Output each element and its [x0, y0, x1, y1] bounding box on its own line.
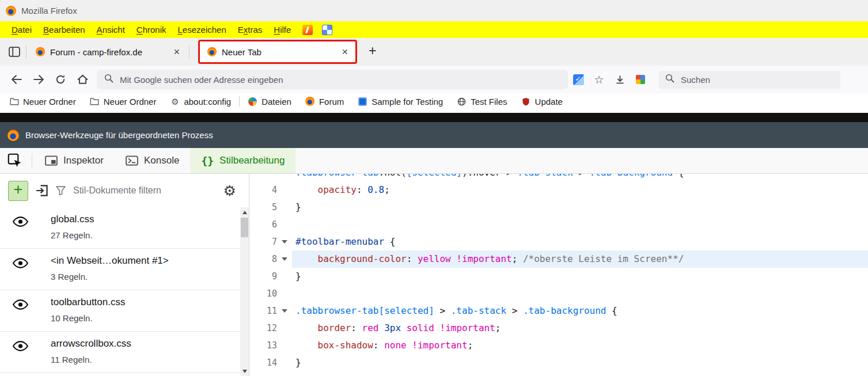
bookmark-forum[interactable]: Forum [298, 97, 351, 107]
bookmark-label: Neuer Ordner [23, 97, 76, 107]
tab-title: Forum - camp-firefox.de [50, 47, 165, 57]
line-number: 6 [249, 216, 277, 233]
menubar-addon-icon-1[interactable] [302, 25, 313, 35]
devtools-tab-inspektor[interactable]: Inspektor [34, 148, 115, 173]
import-stylesheet-icon[interactable] [36, 184, 48, 197]
menubar-addon-icon-2[interactable] [322, 25, 332, 35]
globe-icon [457, 97, 467, 106]
forward-button[interactable] [28, 70, 50, 89]
code-editor[interactable]: .tabbrowser-tab:not([selected]):hover > … [249, 174, 868, 376]
braces-icon: {} [201, 155, 214, 167]
code-line[interactable]: 9} [249, 268, 868, 285]
stylesheet-item-toolbarbutton-css[interactable]: toolbarbutton.css10 Regeln. [0, 290, 240, 332]
visibility-eye-icon[interactable] [13, 299, 28, 312]
screen: Mozilla Firefox DateiBearbeitenAnsichtCh… [0, 0, 868, 376]
tab-close-icon[interactable]: × [170, 47, 183, 57]
shield-icon [521, 97, 531, 106]
extension-icon-1[interactable] [568, 70, 589, 89]
menu-item-extras[interactable]: Extras [232, 25, 268, 35]
bookmark-test-files[interactable]: Test Files [450, 97, 514, 107]
tab-close-icon[interactable]: × [339, 47, 351, 57]
visibility-eye-icon[interactable] [13, 341, 28, 354]
code-text: } [292, 354, 868, 371]
scrollbar-thumb[interactable] [241, 218, 248, 237]
code-line[interactable]: 7#toolbar-menubar { [249, 233, 868, 250]
code-line[interactable]: 14} [249, 354, 868, 371]
code-text: box-shadow: none !important; [292, 337, 868, 354]
scroll-up-icon[interactable] [240, 208, 249, 217]
options-gear-icon[interactable]: ⚙ [223, 184, 236, 198]
code-line[interactable]: 11.tabbrowser-tab[selected] > .tab-stack… [249, 302, 868, 320]
code-line[interactable]: 6 [249, 216, 868, 233]
home-button[interactable] [71, 70, 93, 89]
menu-item-lesezeichen[interactable]: Lesezeichen [172, 25, 232, 35]
menu-item-datei[interactable]: Datei [6, 25, 37, 35]
new-tab-button[interactable]: + [365, 44, 380, 60]
code-line[interactable]: .tabbrowser-tab:not([selected]):hover > … [249, 174, 868, 181]
fold-arrow-icon [282, 257, 287, 261]
line-number: 12 [249, 320, 277, 337]
code-line[interactable]: 10 [249, 285, 868, 302]
bookmark-sample-for-testing[interactable]: Sample for Testing [351, 97, 450, 107]
browser-tab-forum-camp-firefox-de[interactable]: Forum - camp-firefox.de× [28, 41, 187, 63]
visibility-eye-icon[interactable] [13, 217, 28, 229]
stylesheet-item-global-css[interactable]: global.css27 Regeln. [0, 207, 240, 249]
fold-marker[interactable] [277, 233, 292, 250]
bookmark-about-config[interactable]: ⚙about:config [163, 97, 238, 107]
menu-item-chronik[interactable]: Chronik [131, 25, 172, 35]
extensions-grid-icon[interactable] [630, 70, 651, 89]
visibility-eye-icon[interactable] [13, 258, 28, 271]
fold-gutter [277, 268, 292, 285]
search-placeholder: Suchen [681, 75, 710, 85]
stylesheet-item-arrowscrollbox-css[interactable]: arrowscrollbox.css11 Regeln. [0, 332, 240, 373]
bookmarks-separator [239, 96, 240, 107]
window-gap [0, 113, 868, 122]
fold-marker[interactable] [277, 302, 292, 320]
code-line[interactable]: 5} [249, 199, 868, 216]
navigation-toolbar: Mit Google suchen oder Adresse eingeben … [0, 66, 868, 93]
star-icon[interactable]: ☆ [589, 70, 609, 89]
code-line[interactable]: 8 background-color: yellow !important; /… [249, 250, 868, 268]
devtools-tab-stilbearbeitung[interactable]: {}Stilbearbeitung [190, 148, 295, 173]
bookmark-label: Test Files [471, 97, 507, 107]
menu-items: DateiBearbeitenAnsichtChronikLesezeichen… [6, 25, 297, 35]
code-text: #toolbar-menubar { [292, 233, 868, 250]
stylesheet-filter-input[interactable]: Stil-Dokumente filtern [73, 185, 216, 196]
reload-button[interactable] [50, 70, 71, 89]
browser-tab-neuer-tab[interactable]: Neuer Tab× [198, 40, 357, 64]
new-stylesheet-button[interactable]: + [8, 181, 28, 201]
bookmark-dateien[interactable]: Dateien [241, 97, 298, 107]
devtools-tab-konsole[interactable]: Konsole [115, 148, 190, 173]
menu-item-bearbeiten[interactable]: Bearbeiten [37, 25, 91, 35]
menu-item-hilfe[interactable]: Hilfe [268, 25, 297, 35]
bookmark-neuer-ordner[interactable]: Neuer Ordner [2, 97, 83, 107]
devtools-window-title: Browser-Werkzeuge für übergeordneten Pro… [25, 130, 213, 140]
search-icon [104, 74, 113, 85]
sidebar-scrollbar[interactable] [240, 207, 249, 376]
stylesheet-rules-count: 11 Regeln. [51, 355, 237, 364]
scroll-down-icon[interactable] [240, 367, 249, 375]
bookmark-update[interactable]: Update [514, 97, 570, 107]
back-button[interactable] [6, 70, 28, 89]
fold-gutter [277, 181, 292, 199]
firefox-logo-icon [6, 6, 16, 16]
url-bar[interactable]: Mit Google suchen oder Adresse eingeben [97, 70, 568, 89]
code-text: } [292, 199, 868, 216]
bookmark-label: Dateien [261, 97, 291, 107]
fold-gutter [277, 337, 292, 354]
code-line[interactable]: 12 border: red 3px solid !important; [249, 320, 868, 337]
pick-element-icon[interactable] [0, 148, 30, 173]
downloads-icon[interactable] [609, 70, 630, 89]
code-line[interactable]: 13 box-shadow: none !important; [249, 337, 868, 354]
menu-item-ansicht[interactable]: Ansicht [91, 25, 131, 35]
search-box[interactable]: Suchen [659, 71, 840, 89]
bookmark-neuer-ordner[interactable]: Neuer Ordner [83, 97, 164, 107]
fold-arrow-icon [282, 240, 287, 244]
menubar-icons [302, 25, 332, 35]
firefox-view-icon[interactable] [5, 42, 24, 62]
code-text [292, 216, 868, 233]
star-glyph: ☆ [594, 74, 604, 85]
code-line[interactable]: 4 opacity: 0.8; [249, 181, 868, 199]
fold-marker[interactable] [277, 250, 292, 268]
stylesheet-item-in-webseit-okument-1[interactable]: <in Webseit…okument #1>3 Regeln. [0, 249, 240, 290]
